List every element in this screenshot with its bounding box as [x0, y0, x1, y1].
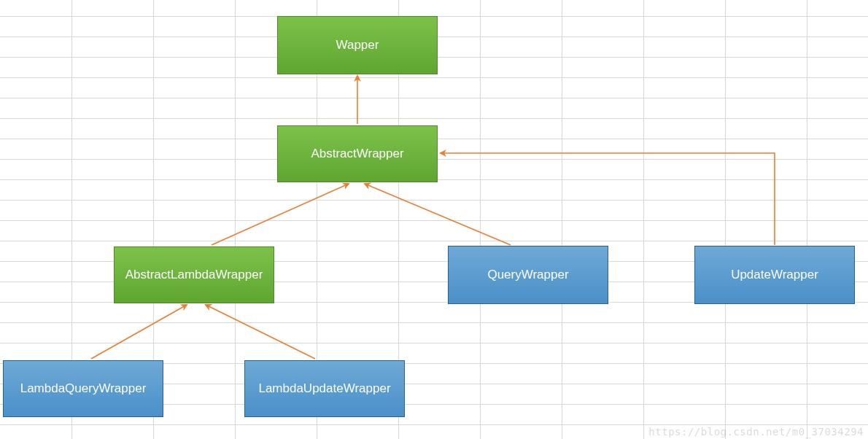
node-lambdaupdatewrapper: LambdaUpdateWrapper: [244, 360, 405, 417]
node-wapper: Wapper: [277, 16, 438, 74]
node-lambdaquerywrapper: LambdaQueryWrapper: [3, 360, 163, 417]
node-label: Wapper: [336, 38, 379, 53]
node-abstractwrapper: AbstractWrapper: [277, 125, 438, 182]
node-label: AbstractLambdaWrapper: [125, 268, 263, 282]
node-label: LambdaUpdateWrapper: [258, 381, 390, 396]
node-label: AbstractWrapper: [311, 147, 403, 161]
svg-line-1: [212, 184, 349, 245]
svg-line-2: [365, 184, 511, 245]
node-label: QueryWrapper: [487, 268, 568, 282]
svg-line-3: [91, 305, 187, 359]
node-updatewrapper: UpdateWrapper: [694, 246, 855, 304]
svg-line-4: [206, 305, 315, 359]
node-abstractlambdawrapper: AbstractLambdaWrapper: [114, 246, 274, 303]
node-querywrapper: QueryWrapper: [448, 246, 608, 304]
node-label: LambdaQueryWrapper: [20, 381, 147, 396]
diagram-canvas: Wapper AbstractWrapper AbstractLambdaWra…: [0, 0, 868, 439]
node-label: UpdateWrapper: [731, 268, 818, 282]
